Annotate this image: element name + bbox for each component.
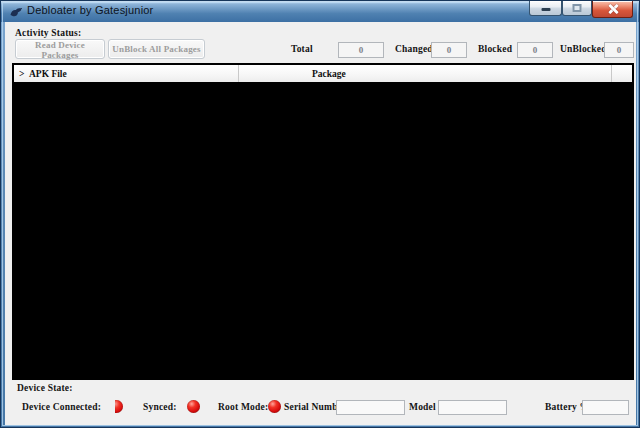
read-device-packages-button[interactable]: Read Device Packages	[15, 39, 105, 59]
device-status-row: Device Connected: Synced: Root Mode: Ser…	[5, 399, 636, 415]
synced-label: Synced:	[143, 402, 177, 412]
blocked-count-field	[517, 42, 553, 58]
battery-percent-field[interactable]	[582, 400, 629, 415]
column-divider[interactable]	[238, 65, 239, 82]
app-window: Debloater by Gatesjunior Activity Status…	[0, 0, 640, 428]
total-label: Total	[291, 44, 313, 54]
unblocked-count-field	[604, 42, 634, 58]
unblocked-label: UnBlocked:	[560, 44, 610, 54]
caption-buttons	[529, 1, 633, 18]
unblock-all-packages-button[interactable]: UnBlock All Packages	[108, 39, 205, 59]
package-list-body[interactable]	[14, 82, 632, 378]
model-field[interactable]	[438, 400, 507, 415]
package-grid: > APK File Package	[12, 63, 634, 380]
device-connected-led	[115, 400, 123, 413]
device-state-label: Device State:	[17, 383, 73, 393]
minimize-button[interactable]	[529, 1, 562, 16]
maximize-icon	[573, 4, 582, 12]
client-area: Activity Status: Read Device Packages Un…	[5, 22, 636, 425]
root-mode-label: Root Mode:	[218, 402, 268, 412]
model-label: Model	[409, 402, 436, 412]
minimize-icon	[541, 8, 550, 11]
changed-count-field	[431, 42, 467, 58]
maximize-button[interactable]	[562, 1, 592, 16]
column-divider[interactable]	[611, 65, 612, 82]
total-count-field	[338, 42, 384, 58]
close-icon	[608, 4, 618, 14]
activity-status-label: Activity Status:	[15, 28, 81, 38]
column-header-package[interactable]: Package	[312, 69, 346, 79]
app-icon	[9, 5, 23, 19]
grid-header: > APK File Package	[14, 65, 632, 82]
synced-led	[187, 400, 200, 413]
column-header-apk-file[interactable]: APK File	[29, 69, 67, 79]
close-button[interactable]	[592, 1, 633, 18]
blocked-label: Blocked	[478, 44, 512, 54]
device-connected-label: Device Connected:	[22, 402, 101, 412]
title-bar[interactable]: Debloater by Gatesjunior	[1, 1, 639, 22]
window-title: Debloater by Gatesjunior	[27, 4, 153, 16]
serial-number-field[interactable]	[336, 400, 405, 415]
root-mode-led	[268, 400, 281, 413]
row-selector-glyph: >	[19, 69, 24, 79]
